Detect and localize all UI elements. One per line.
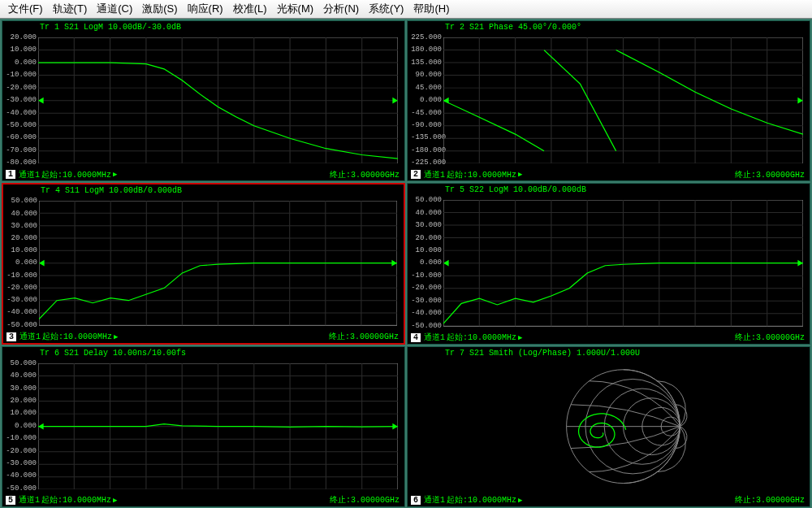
triangle-icon: ▶ xyxy=(113,496,117,505)
menu-item-3[interactable]: 激励(S) xyxy=(137,0,182,18)
svg-marker-41 xyxy=(797,98,803,104)
menu-item-7[interactable]: 分析(N) xyxy=(318,0,364,18)
y-axis-labels: 20.00010.0000.000-10.000-20.000-30.000-4… xyxy=(6,34,37,167)
y-tick-label: -20.000 xyxy=(6,284,37,292)
plot-area[interactable]: 50.00040.00030.00020.00010.0000.000-10.0… xyxy=(6,360,398,493)
menu-item-0[interactable]: 文件(F) xyxy=(3,0,48,18)
stop-freq-label: 终止:3.00000GHz xyxy=(329,331,399,342)
channel-number-badge: 2 xyxy=(411,170,421,179)
channel-label: 通道1 xyxy=(19,169,40,180)
y-tick-label: 20.000 xyxy=(6,235,37,242)
svg-marker-103 xyxy=(38,423,44,429)
y-tick-label: 30.000 xyxy=(6,385,37,393)
y-tick-label: -40.000 xyxy=(411,310,442,317)
y-tick-label: -180.000 xyxy=(411,147,442,154)
channel-number-badge: 4 xyxy=(411,333,421,342)
chart-panel-3[interactable]: Tr 4 S11 LogM 10.00dB/0.000dB 50.00040.0… xyxy=(2,183,405,344)
y-tick-label: 30.000 xyxy=(6,223,37,230)
trace-label: Tr 2 S21 Phase 45.00°/0.000° xyxy=(408,21,810,33)
trace-label: Tr 7 S21 Smith (Log/Phase) 1.000U/1.000U xyxy=(408,347,810,358)
y-tick-label: -50.000 xyxy=(6,122,37,129)
plot-area[interactable] xyxy=(411,360,803,493)
chart-panel-1[interactable]: Tr 1 S21 LogM 10.00dB/-30.0dB 20.00010.0… xyxy=(2,20,405,181)
triangle-icon: ▶ xyxy=(518,170,522,179)
channel-label: 通道1 xyxy=(424,494,445,506)
panel-status-bar: 5 通道1 起始:10.0000MHz ▶ 终止:3.00000GHz xyxy=(2,494,404,506)
start-freq-label: 起始:10.0000MHz xyxy=(447,494,516,506)
y-tick-label: -45.000 xyxy=(411,110,442,117)
y-tick-label: -20.000 xyxy=(6,448,37,455)
y-tick-label: -30.000 xyxy=(6,460,37,467)
channel-label: 通道1 xyxy=(19,331,41,342)
start-freq-label: 起始:10.0000MHz xyxy=(41,494,111,506)
trace-label: Tr 5 S22 LogM 10.00dB/0.000dB xyxy=(408,184,810,195)
menu-item-8[interactable]: 系统(Y) xyxy=(364,0,408,18)
y-tick-label: -30.000 xyxy=(411,297,442,305)
y-axis-labels: 50.00040.00030.00020.00010.0000.000-10.0… xyxy=(6,198,37,328)
y-tick-label: 20.000 xyxy=(6,34,37,41)
y-tick-label: 0.000 xyxy=(6,259,37,267)
svg-marker-40 xyxy=(443,98,449,104)
y-tick-label: 50.000 xyxy=(411,197,442,204)
y-tick-label: 0.000 xyxy=(6,423,37,430)
plot-area[interactable]: 50.00040.00030.00020.00010.0000.000-10.0… xyxy=(411,197,803,329)
chart-panel-5[interactable]: Tr 6 S21 Delay 10.00ns/10.00fs 50.00040.… xyxy=(2,346,405,507)
panel-status-bar: 3 通道1 起始:10.0000MHz ▶ 终止:3.00000GHz xyxy=(3,331,404,343)
svg-marker-20 xyxy=(392,98,398,104)
y-axis-labels: 50.00040.00030.00020.00010.0000.000-10.0… xyxy=(411,197,442,329)
channel-number-badge: 6 xyxy=(411,496,421,505)
svg-marker-83 xyxy=(797,260,803,267)
panel-status-bar: 1 通道1 起始:10.0000MHz ▶ 终止:3.00000GHz xyxy=(2,168,404,180)
menu-item-6[interactable]: 光标(M) xyxy=(272,0,319,18)
y-tick-label: 10.000 xyxy=(6,46,37,54)
chart-panel-4[interactable]: Tr 5 S22 LogM 10.00dB/0.000dB 50.00040.0… xyxy=(407,183,810,344)
y-tick-label: 0.000 xyxy=(411,97,442,104)
y-tick-label: 20.000 xyxy=(411,235,442,242)
y-tick-label: -90.000 xyxy=(411,122,442,129)
trace-label: Tr 4 S11 LogM 10.00dB/0.000dB xyxy=(3,185,404,196)
start-freq-label: 起始:10.0000MHz xyxy=(447,332,516,343)
y-tick-label: -30.000 xyxy=(6,97,37,104)
panel-status-bar: 4 通道1 起始:10.0000MHz ▶ 终止:3.00000GHz xyxy=(408,332,810,344)
stop-freq-label: 终止:3.00000GHz xyxy=(330,494,400,506)
menu-item-5[interactable]: 校准(L) xyxy=(228,0,272,18)
channel-number-badge: 3 xyxy=(6,332,16,341)
start-freq-label: 起始:10.0000MHz xyxy=(447,169,516,180)
plot-area[interactable]: 225.000180.000135.00090.00045.0000.000-4… xyxy=(411,34,803,167)
menu-item-1[interactable]: 轨迹(T) xyxy=(48,0,93,18)
y-tick-label: 10.000 xyxy=(6,247,37,254)
y-tick-label: -10.000 xyxy=(6,272,37,280)
y-tick-label: 90.000 xyxy=(411,72,442,79)
plot-area[interactable]: 50.00040.00030.00020.00010.0000.000-10.0… xyxy=(6,198,397,328)
y-tick-label: -50.000 xyxy=(411,323,442,330)
chart-panel-6[interactable]: Tr 7 S21 Smith (Log/Phase) 1.000U/1.000U… xyxy=(407,346,810,507)
menu-item-9[interactable]: 帮助(H) xyxy=(408,0,454,18)
channel-label: 通道1 xyxy=(424,332,445,343)
panel-status-bar: 2 通道1 起始:10.0000MHz ▶ 终止:3.00000GHz xyxy=(408,168,810,180)
channel-number-badge: 5 xyxy=(6,496,15,505)
y-tick-label: 40.000 xyxy=(411,210,442,217)
y-tick-label: 40.000 xyxy=(6,211,37,218)
y-tick-label: -80.000 xyxy=(6,159,37,167)
y-tick-label: -30.000 xyxy=(6,297,37,304)
start-freq-label: 起始:10.0000MHz xyxy=(41,169,111,180)
y-tick-label: 45.000 xyxy=(411,85,442,92)
triangle-icon: ▶ xyxy=(518,496,522,505)
y-tick-label: 20.000 xyxy=(6,397,37,405)
y-tick-label: -225.000 xyxy=(411,159,442,167)
y-tick-label: 50.000 xyxy=(6,360,37,367)
y-tick-label: -70.000 xyxy=(6,147,37,154)
plot-area[interactable]: 20.00010.0000.000-10.000-20.000-30.000-4… xyxy=(6,34,398,167)
y-axis-labels: 50.00040.00030.00020.00010.0000.000-10.0… xyxy=(6,360,37,493)
y-tick-label: -10.000 xyxy=(6,72,37,79)
y-tick-label: -40.000 xyxy=(6,110,37,117)
triangle-icon: ▶ xyxy=(113,170,117,179)
chart-panel-2[interactable]: Tr 2 S21 Phase 45.00°/0.000° 225.000180.… xyxy=(407,20,810,181)
channel-label: 通道1 xyxy=(424,169,445,180)
stop-freq-label: 终止:3.00000GHz xyxy=(735,332,805,343)
menu-item-4[interactable]: 响应(R) xyxy=(183,0,228,18)
triangle-icon: ▶ xyxy=(114,332,118,341)
menu-item-2[interactable]: 通道(C) xyxy=(92,0,137,18)
y-tick-label: 180.000 xyxy=(411,46,442,54)
y-tick-label: 135.000 xyxy=(411,59,442,67)
